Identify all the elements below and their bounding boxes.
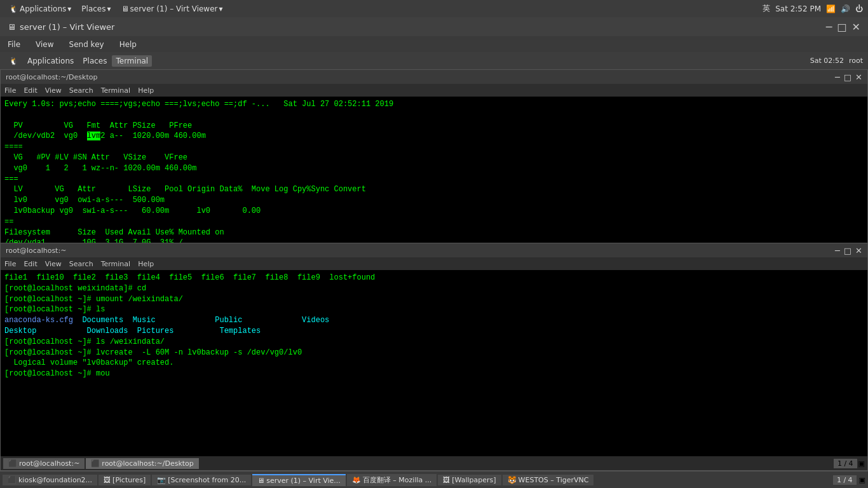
host-taskbar-right: 1 / 4 ▣	[833, 475, 865, 485]
inner-page-indicator: 1 / 4	[834, 459, 857, 468]
virt-viewer-taskbar-label: server (1) – Virt Vie...	[266, 477, 341, 485]
terminal-bottom-title: root@localhost:~	[6, 247, 66, 255]
host-task-virt-viewer[interactable]: 🖥 server (1) – Virt Vie...	[252, 474, 346, 486]
inner-terminal-tab[interactable]: Terminal	[112, 55, 152, 67]
vm-display[interactable]: 🐧 Applications Places Terminal Sat 02:52…	[0, 52, 868, 488]
terminal-top-close[interactable]: ✕	[855, 72, 862, 82]
tab1-icon: ⬛	[8, 459, 17, 468]
term2-edit-menu[interactable]: Edit	[24, 260, 37, 268]
language-indicator[interactable]: 英	[763, 3, 770, 14]
virt-viewer-taskbar-icon: 🖥	[257, 477, 264, 485]
term2-search-menu[interactable]: Search	[69, 260, 93, 268]
terminal-tab-2[interactable]: ⬛ root@localhost:~/Desktop	[86, 458, 198, 469]
screenshot-label: [Screenshot from 20...	[168, 476, 246, 484]
places-menu[interactable]: Places ▾	[78, 3, 114, 15]
volume-icon: 🔊	[841, 4, 850, 13]
kiosk-icon: ⬛	[8, 476, 17, 484]
term-search-menu[interactable]: Search	[69, 86, 93, 95]
inner-places[interactable]: Places	[79, 55, 111, 67]
tab1-label: root@localhost:~	[19, 459, 79, 468]
maximize-button[interactable]: □	[837, 21, 846, 33]
term2-file-menu[interactable]: File	[4, 260, 16, 268]
terminal-bottom-content[interactable]: file1 file10 file2 file3 file4 file5 fil…	[1, 270, 867, 456]
applications-menu[interactable]: 🐧 Applications ▾	[5, 3, 75, 15]
term-help-menu[interactable]: Help	[138, 86, 154, 95]
terminal-bottom-titlebar: root@localhost:~ ─ □ ✕	[1, 243, 867, 257]
help-menu[interactable]: Help	[117, 39, 139, 50]
active-window-icon: 🖥	[121, 4, 129, 13]
host-task-wallpapers[interactable]: 🖼 [Wallpapers]	[438, 475, 501, 485]
power-icon[interactable]: ⏻	[855, 4, 863, 13]
send-key-menu[interactable]: Send key	[67, 39, 107, 50]
terminal-tabbar: ⬛ root@localhost:~ ⬛ root@localhost:~/De…	[1, 456, 867, 470]
close-button[interactable]: ✕	[852, 21, 860, 33]
system-topbar: 🐧 Applications ▾ Places ▾ 🖥 server (1) –…	[0, 0, 868, 17]
wifi-icon: 📶	[826, 4, 836, 13]
term-edit-menu[interactable]: Edit	[24, 86, 37, 95]
inner-user: root	[849, 57, 863, 65]
wallpapers-label: [Wallpapers]	[452, 476, 496, 484]
terminal-top-maximize[interactable]: □	[844, 72, 851, 82]
minimize-button[interactable]: ─	[826, 21, 832, 33]
pictures-label: [Pictures]	[112, 476, 146, 484]
inner-time: Sat 02:52	[810, 57, 844, 65]
term-file-menu[interactable]: File	[4, 86, 16, 95]
view-menu[interactable]: View	[33, 39, 56, 50]
terminal-top-text: Every 1.0s: pvs;echo ====;vgs;echo ===;l…	[4, 99, 864, 248]
applications-icon: 🐧	[9, 4, 18, 13]
terminal-bottom-maximize[interactable]: □	[844, 246, 851, 255]
inner-applications[interactable]: Applications	[24, 55, 78, 67]
tab2-icon: ⬛	[91, 459, 100, 468]
firefox-label: 百度翻译 – Mozilla ...	[363, 475, 431, 485]
host-task-firefox[interactable]: 🦊 百度翻译 – Mozilla ...	[347, 474, 437, 486]
term2-terminal-menu[interactable]: Terminal	[101, 260, 131, 268]
applications-label: Applications	[20, 4, 66, 13]
terminal-bottom-window: root@localhost:~ ─ □ ✕ File Edit View Se…	[0, 243, 868, 471]
host-task-kiosk[interactable]: ⬛ kiosk@foundation2...	[3, 475, 97, 485]
active-window-menu[interactable]: 🖥 server (1) – Virt Viewer ▾	[118, 3, 227, 15]
pictures-icon: 🖼	[104, 476, 111, 484]
host-task-tigervnc[interactable]: 🐯 WESTOS – TigerVNC	[503, 475, 594, 485]
terminal-top-minimize[interactable]: ─	[835, 72, 840, 82]
virt-viewer-window: 🖥 server (1) – Virt Viewer ─ □ ✕ File Vi…	[0, 17, 868, 488]
active-window-title: server (1) – Virt Viewer	[130, 4, 218, 13]
terminal-bottom-menubar: File Edit View Search Terminal Help	[1, 257, 867, 270]
host-workspace-icon[interactable]: ▣	[859, 476, 865, 484]
active-window-arrow: ▾	[219, 4, 222, 13]
host-taskbar: ⬛ kiosk@foundation2... 🖼 [Pictures] 📷 [S…	[0, 471, 868, 488]
terminal-top-titlebar: root@localhost:~/Desktop ─ □ ✕	[1, 70, 867, 84]
host-task-screenshot[interactable]: 📷 [Screenshot from 20...	[152, 475, 251, 485]
term2-help-menu[interactable]: Help	[138, 260, 154, 268]
virt-viewer-menubar: File View Send key Help	[0, 36, 868, 52]
inner-workspace-icon[interactable]: ▣	[858, 459, 865, 468]
terminal-top-title: root@localhost:~/Desktop	[6, 73, 97, 81]
screenshot-icon: 📷	[157, 476, 166, 484]
kiosk-label: kiosk@foundation2...	[18, 476, 92, 484]
terminal-tab-1[interactable]: ⬛ root@localhost:~	[3, 458, 85, 469]
terminal-bottom-minimize[interactable]: ─	[835, 246, 840, 255]
places-arrow: ▾	[107, 4, 111, 13]
inner-applications-icon: 🐧	[5, 55, 22, 67]
virt-viewer-title: server (1) – Virt Viewer	[20, 22, 114, 32]
virt-viewer-titlebar: 🖥 server (1) – Virt Viewer ─ □ ✕	[0, 17, 868, 36]
wallpapers-icon: 🖼	[443, 476, 450, 484]
tab2-label: root@localhost:~/Desktop	[102, 459, 193, 468]
terminal-top-menubar: File Edit View Search Terminal Help	[1, 84, 867, 97]
host-page-indicator: 1 / 4	[833, 475, 857, 485]
tigervnc-icon: 🐯	[508, 476, 517, 484]
file-menu[interactable]: File	[5, 39, 23, 50]
places-label: Places	[81, 4, 105, 13]
applications-arrow: ▾	[67, 4, 71, 13]
terminal-bottom-close[interactable]: ✕	[855, 246, 862, 255]
host-task-pictures[interactable]: 🖼 [Pictures]	[98, 475, 151, 485]
firefox-icon: 🦊	[352, 476, 361, 484]
term2-view-menu[interactable]: View	[45, 260, 62, 268]
tigervnc-label: WESTOS – TigerVNC	[519, 476, 589, 484]
datetime-display: Sat 2:52 PM	[775, 4, 821, 13]
virt-viewer-icon: 🖥	[8, 22, 16, 32]
host-taskbar-left: ⬛ kiosk@foundation2... 🖼 [Pictures] 📷 [S…	[3, 474, 593, 486]
inner-topbar: 🐧 Applications Places Terminal Sat 02:52…	[0, 52, 868, 69]
terminal-bottom-text: file1 file10 file2 file3 file4 file5 fil…	[4, 273, 864, 379]
term-terminal-menu[interactable]: Terminal	[101, 86, 131, 95]
term-view-menu[interactable]: View	[45, 86, 62, 95]
